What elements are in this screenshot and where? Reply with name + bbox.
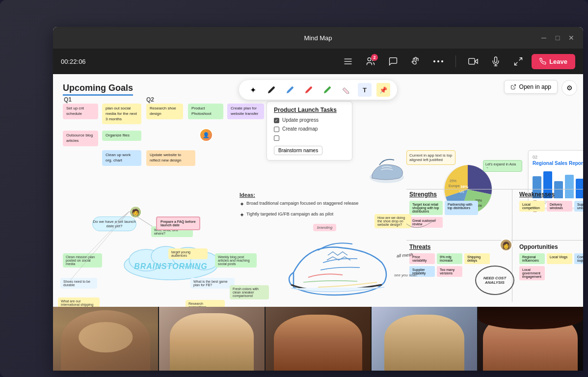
pen-tool-green[interactable]	[321, 83, 334, 97]
participant-tile-4	[372, 307, 477, 371]
call-timer: 00:22:06	[61, 58, 86, 65]
product-launch-tasks: Product Launch Tasks ✓ Update progress C…	[267, 101, 352, 161]
opp-1: Regional influencers	[519, 253, 545, 264]
svg-text:Europe: Europe	[449, 184, 460, 188]
avatar-swot: 👩	[500, 239, 512, 251]
mindmap-node-3: target young audiences	[168, 248, 208, 259]
leave-label: Leave	[549, 58, 567, 65]
checkbox-2[interactable]	[274, 127, 279, 132]
mindmap-node-8: Clean mission plan posted on social medi…	[63, 253, 102, 268]
participants-list-button[interactable]	[339, 52, 357, 71]
pen-tool-red[interactable]	[302, 83, 316, 97]
svg-marker-7	[475, 59, 478, 63]
threat-3: Shipping delays	[464, 253, 490, 264]
weaknesses-section: Weaknesses Local competition Delivery wi…	[519, 191, 583, 212]
microphone-button[interactable]	[486, 52, 505, 71]
weakness-3: Supply uncert...	[574, 201, 583, 212]
checkbox-1[interactable]: ✓	[274, 118, 279, 123]
threats-title: Threats	[409, 243, 508, 250]
teams-window: Mind Map ─ □ ✕ 00:22:06 2	[53, 27, 583, 371]
task-label-1: Update progress	[282, 117, 319, 123]
maximize-button[interactable]: □	[554, 34, 561, 42]
participant-tile-3	[266, 307, 371, 371]
svg-line-13	[513, 85, 516, 88]
svg-text:38%: 38%	[460, 185, 468, 189]
sticky-note-tool[interactable]: 📌	[376, 83, 390, 97]
mindmap-node-5: Weekly blog post articles and reaching s…	[215, 253, 257, 268]
minimize-button[interactable]: ─	[540, 34, 548, 42]
open-in-app-button[interactable]: Open in app	[504, 80, 558, 94]
opportunities-section: Opportunities Regional influencers Local…	[519, 243, 583, 280]
swot-h-divider	[406, 189, 583, 189]
threat-1: Price variability	[409, 253, 435, 264]
shoe-sketch-large	[279, 223, 397, 299]
share-screen-button[interactable]	[509, 52, 528, 71]
participants-bar	[53, 307, 583, 371]
branding-note: branding	[313, 224, 336, 231]
opportunities-title: Opportunities	[519, 243, 583, 250]
settings-button[interactable]: ⚙	[561, 80, 577, 96]
opp-3: Community support	[574, 253, 583, 264]
q2-label: Q2	[146, 96, 154, 103]
mindmap-node-9: Shoes need to be durable	[60, 278, 97, 289]
svg-point-5	[437, 60, 439, 62]
threat-2: 9% mfg increase	[437, 253, 462, 264]
q1-note-4: Organize files	[102, 131, 141, 141]
shoe-annotation-2: see you sole!	[394, 273, 417, 277]
participant-tile-1	[53, 307, 158, 371]
pen-tool-blue[interactable]	[283, 83, 297, 97]
text-tool[interactable]: T	[358, 83, 372, 97]
brainstorm-names-button[interactable]: Brainstorm names	[274, 146, 322, 155]
checkbox-3[interactable]	[274, 135, 279, 141]
whiteboard-canvas[interactable]: Upcoming Goals Q1 Q2 Set up crit schedul…	[53, 74, 583, 307]
swot-h-divider-2	[406, 240, 583, 241]
notification-badge: 2	[371, 54, 378, 61]
strength-1: Target local retail shopping with top di…	[409, 201, 443, 215]
ideas-item-1: ✦ Broad traditional campaign focused on …	[240, 201, 358, 208]
svg-point-3	[368, 58, 371, 61]
upcoming-goals-section: Upcoming Goals	[63, 83, 133, 99]
people-button[interactable]: 2	[361, 52, 380, 71]
opp-4: Local government engagement	[519, 266, 545, 280]
need-cost-analysis: NEED COST ANALYSIS	[475, 266, 514, 295]
q1-note-3: Outsource blog articles	[63, 131, 98, 146]
leave-button[interactable]: Leave	[532, 54, 575, 69]
pen-tool-black[interactable]	[265, 83, 278, 97]
svg-line-11	[519, 58, 522, 61]
meeting-toolbar: 00:22:06 2	[53, 49, 583, 74]
how-are-we-note: How are we doing the shoe drop on websit…	[374, 214, 411, 228]
svg-rect-8	[469, 58, 475, 64]
strengths-title: Strengths	[409, 191, 508, 198]
q1-note-5: Clean up work org. chart	[102, 150, 141, 166]
window-controls: ─ □ ✕	[540, 34, 575, 42]
strength-3: Great customer review	[409, 217, 443, 228]
opp-2: Local Vlogs	[547, 253, 572, 264]
q1-note-1: Set up crit schedule	[63, 104, 98, 119]
mindmap-node-1: Do we have a set launch date yet?	[92, 216, 136, 231]
threat-5: Too many versions	[437, 266, 462, 277]
avatar-q2: 👤	[199, 128, 213, 142]
svg-text:25%: 25%	[450, 179, 456, 183]
avatar-brainstorm: 🧑	[129, 206, 142, 218]
open-in-app-label: Open in app	[519, 83, 551, 90]
raise-hand-button[interactable]	[406, 52, 425, 71]
q2-note-4: Update website to reflect new design	[146, 150, 195, 166]
q1-note-2: plan out social media for the next 3 mon…	[102, 104, 141, 124]
select-tool[interactable]: ✦	[246, 83, 260, 97]
mindmap-node-4: What is the best game plan for FB?	[190, 278, 235, 289]
title-bar: Mind Map ─ □ ✕	[53, 27, 583, 49]
asia-annotation: Let's expand in Asia →	[483, 160, 522, 172]
ideas-item-2: ✦ Tightly targeted IG/FB campaign ads as…	[240, 212, 358, 218]
chat-button[interactable]	[384, 52, 402, 71]
task-label-2: Create roadmap	[282, 126, 318, 132]
task-item-1: ✓ Update progress	[274, 117, 345, 123]
weakness-2: Delivery windows	[547, 201, 572, 212]
more-options-button[interactable]	[429, 52, 448, 71]
camera-button[interactable]	[464, 52, 482, 71]
mindmap-node-6: Fresh colors with clean sneaker comparis…	[230, 285, 269, 299]
close-button[interactable]: ✕	[567, 34, 575, 42]
participant-tile-5	[478, 307, 583, 371]
eraser-tool[interactable]	[339, 83, 353, 97]
whiteboard-area: ✦ T 📌	[53, 74, 583, 307]
task-item-2: Create roadmap	[274, 126, 345, 132]
